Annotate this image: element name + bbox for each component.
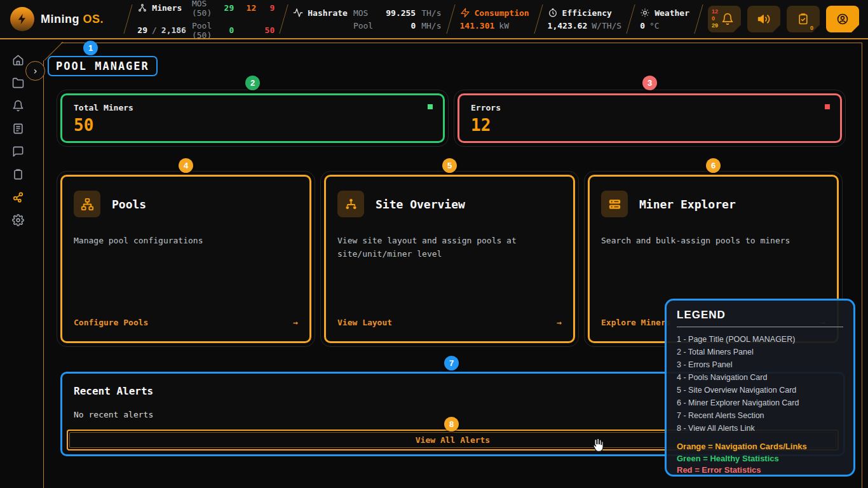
- site-hierarchy-icon: [337, 191, 364, 217]
- annotation-badge-7: 7: [444, 356, 459, 370]
- sidebar-item-tasks[interactable]: [6, 168, 29, 180]
- server-stack-icon: [601, 191, 628, 217]
- legend-item: 7 - Recent Alerts Section: [677, 409, 843, 422]
- hashrate-pool-value: 0: [379, 21, 416, 30]
- miners-scope: MOS (50): [192, 0, 212, 18]
- sidebar-item-home[interactable]: [6, 53, 29, 66]
- view-layout-link[interactable]: View Layout →: [337, 318, 562, 327]
- configure-pools-link[interactable]: Configure Pools →: [74, 318, 298, 327]
- legend-item: 6 - Miner Explorer Navigation Card: [677, 396, 843, 409]
- healthy-status-dot: [428, 104, 433, 109]
- error-status-dot: [825, 104, 830, 109]
- arrow-right-icon: →: [557, 318, 562, 327]
- pools-sitemap-icon: [74, 191, 100, 217]
- arrow-right-icon: →: [293, 318, 298, 327]
- legend-item: 5 - Site Overview Navigation Card: [677, 384, 843, 396]
- top-header: Mining OS. Miners MOS (50) 29 12 9 29/2,…: [0, 0, 868, 39]
- stat-divider: [280, 4, 288, 34]
- miners-ok-count: 29: [217, 3, 234, 13]
- user-icon: [836, 13, 849, 25]
- legend-color-key: Orange = Navigation Cards/Links Green = …: [677, 441, 843, 477]
- mining-os-screen: Mining OS. Miners MOS (50) 29 12 9 29/2,…: [0, 0, 868, 488]
- profile-button[interactable]: [826, 6, 859, 32]
- sound-button[interactable]: [747, 6, 780, 32]
- stat-divider: [446, 4, 455, 34]
- stat-miners: Miners MOS (50) 29 12 9 29/2,186 Pool (5…: [137, 0, 275, 40]
- weather-label: Weather: [654, 8, 689, 18]
- sidebar-item-alerts[interactable]: [6, 99, 29, 112]
- header-stats: Miners MOS (50) 29 12 9 29/2,186 Pool (5…: [119, 0, 708, 38]
- stat-consumption: Consumption 141.301kW: [460, 8, 529, 30]
- home-icon: [12, 54, 24, 66]
- card-title: Miner Explorer: [639, 198, 736, 211]
- sidebar-item-reports[interactable]: [6, 122, 29, 135]
- legend-separator: [677, 327, 843, 327]
- bell-icon: [721, 13, 734, 25]
- sidebar-collapse-toggle[interactable]: ›: [25, 61, 45, 81]
- annotation-badge-5: 5: [442, 158, 457, 173]
- annotation-badge-2: 2: [245, 76, 260, 90]
- weather-sun-icon: [640, 8, 650, 18]
- sidebar-item-settings[interactable]: [6, 214, 29, 226]
- hashrate-mos-value: 99.255: [379, 8, 416, 18]
- annotation-badge-4: 4: [179, 158, 193, 173]
- chevron-right-icon: ›: [32, 65, 38, 77]
- card-title: Site Overview: [376, 198, 465, 211]
- errors-panel: Errors 12: [458, 93, 842, 143]
- efficiency-clock-icon: [548, 8, 558, 18]
- errors-label: Errors: [471, 103, 829, 112]
- site-overview-card[interactable]: Site Overview View site layout and assig…: [324, 175, 575, 343]
- total-miners-value: 50: [74, 116, 431, 135]
- miners-current: 29: [137, 25, 147, 35]
- app-name: Mining OS.: [41, 13, 104, 26]
- legend-key-green: Green = Healthy Statistics: [677, 453, 843, 465]
- tasks-button[interactable]: 0: [787, 6, 820, 32]
- efficiency-value: 1,423.62: [548, 21, 588, 30]
- miners-nodes-icon: [137, 3, 147, 13]
- annotation-badge-3: 3: [642, 76, 657, 90]
- annotation-badge-1: 1: [83, 41, 98, 55]
- legend-key-red: Red = Error Statistics: [677, 464, 843, 477]
- consumption-value: 141.301: [460, 21, 495, 30]
- stat-divider: [534, 4, 543, 34]
- legend-item: 3 - Errors Panel: [677, 358, 843, 371]
- annotation-badge-8: 8: [444, 417, 459, 431]
- card-title: Pools: [112, 198, 146, 211]
- stat-hashrate: Hashrate MOS 99.255 TH/s Pool 0 MH/s: [293, 8, 441, 30]
- legend-title: LEGEND: [677, 309, 843, 322]
- miners-error-count: 9: [262, 3, 275, 13]
- stat-divider: [627, 4, 635, 34]
- clipboard-icon: [12, 168, 24, 180]
- sidebar-item-pools[interactable]: [6, 191, 29, 203]
- errors-value: 12: [471, 116, 829, 135]
- sidebar-item-messages[interactable]: [6, 145, 29, 158]
- pool-ok-count: 0: [217, 25, 234, 35]
- stat-divider: [694, 4, 703, 34]
- miners-pool-scope: Pool (50): [192, 21, 212, 40]
- miners-warn-count: 12: [240, 3, 256, 13]
- legend-panel: LEGEND 1 - Page Title (POOL MANAGER) 2 -…: [665, 299, 855, 477]
- speaker-icon: [757, 13, 770, 25]
- stat-efficiency: Efficiency 1,423.62W/TH/S: [548, 8, 622, 30]
- hashrate-pulse-icon: [293, 8, 303, 18]
- card-description: Manage pool configurations: [74, 234, 298, 247]
- legend-key-orange: Orange = Navigation Cards/Links: [677, 441, 843, 453]
- consumption-bolt-icon: [460, 8, 470, 18]
- app-logo: Mining OS.: [0, 7, 119, 31]
- header-actions: 12 0 29 0: [708, 6, 868, 32]
- pools-link-icon: [12, 191, 24, 203]
- pools-card[interactable]: Pools Manage pool configurations Configu…: [60, 175, 311, 343]
- card-description: View site layout and assign pools at sit…: [337, 234, 562, 261]
- stat-weather: Weather 0°C: [640, 8, 689, 30]
- sidebar-item-folder[interactable]: [6, 76, 29, 89]
- legend-item: 1 - Page Title (POOL MANAGER): [677, 333, 843, 346]
- miners-label: Miners: [152, 3, 182, 13]
- folder-icon: [12, 77, 24, 89]
- clipboard-check-icon: [797, 13, 810, 25]
- consumption-label: Consumption: [475, 8, 529, 18]
- gear-icon: [12, 214, 24, 226]
- notification-counts: 12 0 29: [712, 8, 718, 29]
- miners-total: 2,186: [161, 25, 186, 35]
- notifications-button[interactable]: 12 0 29: [708, 6, 741, 32]
- total-miners-panel: Total Miners 50: [60, 93, 445, 143]
